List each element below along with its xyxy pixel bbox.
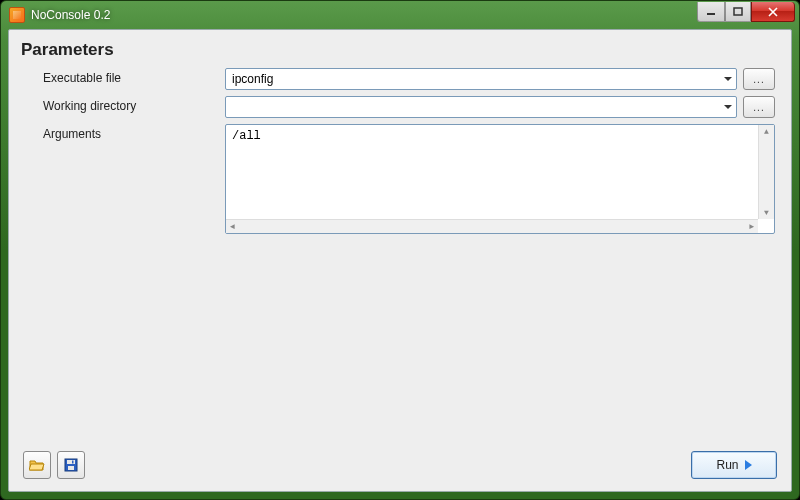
svg-rect-4 <box>68 466 74 470</box>
executable-file-value: ipconfig <box>232 72 273 86</box>
folder-open-icon <box>29 457 45 473</box>
executable-file-combobox[interactable]: ipconfig <box>225 68 737 90</box>
arguments-value: /all <box>232 129 261 143</box>
titlebar[interactable]: NoConsole 0.2 <box>1 1 799 29</box>
bottom-toolbar: Run <box>9 441 791 491</box>
section-title: Parameters <box>9 30 791 68</box>
row-arguments: Arguments /all ▲ ▼ ◄ ► <box>25 124 775 234</box>
row-working-directory: Working directory ... <box>25 96 775 118</box>
svg-rect-0 <box>707 13 715 15</box>
browse-working-directory-button[interactable]: ... <box>743 96 775 118</box>
vertical-scrollbar[interactable]: ▲ ▼ <box>758 125 774 219</box>
scroll-right-icon: ► <box>747 220 756 233</box>
app-icon <box>9 7 25 23</box>
close-button[interactable] <box>751 2 795 22</box>
working-directory-combobox[interactable] <box>225 96 737 118</box>
arguments-textarea[interactable]: /all ▲ ▼ ◄ ► <box>225 124 775 234</box>
maximize-button[interactable] <box>725 2 751 22</box>
close-icon <box>767 7 779 17</box>
label-arguments: Arguments <box>25 124 225 141</box>
play-icon <box>745 460 752 470</box>
run-button-label: Run <box>716 458 738 472</box>
minimize-icon <box>706 7 716 17</box>
svg-rect-5 <box>72 461 74 464</box>
svg-rect-1 <box>734 8 742 15</box>
run-button[interactable]: Run <box>691 451 777 479</box>
row-executable: Executable file ipconfig ... <box>25 68 775 90</box>
save-button[interactable] <box>57 451 85 479</box>
app-window: NoConsole 0.2 Parameters Executable file… <box>0 0 800 500</box>
client-area: Parameters Executable file ipconfig ... … <box>8 29 792 492</box>
floppy-disk-icon <box>63 457 79 473</box>
parameters-form: Executable file ipconfig ... Working dir… <box>9 68 791 240</box>
scroll-up-icon: ▲ <box>762 125 771 138</box>
label-working-directory: Working directory <box>25 96 225 113</box>
chevron-down-icon <box>724 105 732 109</box>
chevron-down-icon <box>724 77 732 81</box>
svg-rect-3 <box>67 460 75 464</box>
scroll-down-icon: ▼ <box>762 206 771 219</box>
scroll-left-icon: ◄ <box>228 220 237 233</box>
label-executable: Executable file <box>25 68 225 85</box>
horizontal-scrollbar[interactable]: ◄ ► <box>226 219 758 233</box>
open-button[interactable] <box>23 451 51 479</box>
window-title: NoConsole 0.2 <box>31 8 110 22</box>
browse-executable-button[interactable]: ... <box>743 68 775 90</box>
maximize-icon <box>733 7 743 17</box>
minimize-button[interactable] <box>697 2 725 22</box>
